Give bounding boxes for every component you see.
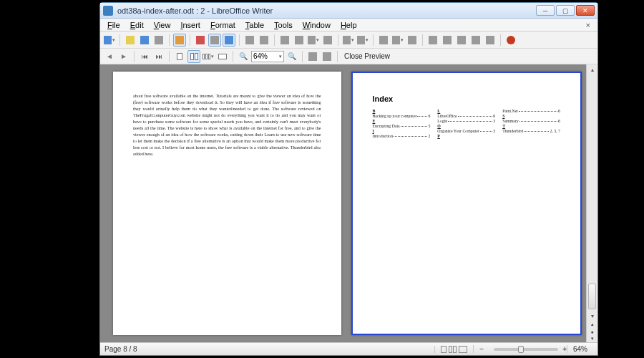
print-options-button[interactable]: [321, 50, 333, 63]
menu-edit[interactable]: Edit: [126, 20, 148, 30]
navigator-button[interactable]: [441, 34, 454, 47]
index-heading: B: [373, 109, 431, 113]
zoom-out-button[interactable]: 🔍: [237, 50, 250, 63]
menu-insert[interactable]: Insert: [176, 20, 205, 30]
hyperlink-button[interactable]: [377, 34, 390, 47]
single-page-button[interactable]: [173, 50, 186, 63]
arrow-left-icon: ◄: [106, 52, 113, 60]
two-pages-button[interactable]: [187, 50, 200, 63]
statusbar: Page 8 / 8 − + 64%: [100, 342, 597, 355]
nav-next-button[interactable]: ▾: [588, 335, 597, 342]
menu-window[interactable]: Window: [298, 20, 335, 30]
nonprinting-button[interactable]: [484, 34, 497, 47]
cut-button[interactable]: [278, 34, 291, 47]
paste-button[interactable]: [307, 34, 320, 47]
first-page-button[interactable]: ⏮: [138, 50, 151, 63]
vertical-scrollbar[interactable]: ▴ ▾ ▴ ● ▾: [586, 64, 597, 342]
index-heading: I: [373, 129, 431, 133]
index-heading: L: [437, 109, 495, 113]
index-entry: Thunderbird2, 3, 7: [502, 129, 560, 133]
export-pdf-button[interactable]: [194, 34, 207, 47]
page-view[interactable]: about free software available on the int…: [100, 64, 597, 342]
open-button[interactable]: [124, 34, 137, 47]
menu-view[interactable]: View: [150, 20, 175, 30]
book-preview-button[interactable]: [216, 50, 229, 63]
close-button[interactable]: ✕: [576, 5, 595, 16]
main-toolbar: [100, 32, 597, 49]
last-page-button[interactable]: ⏭: [152, 50, 165, 63]
status-viewmode[interactable]: [434, 346, 473, 353]
new-button[interactable]: [103, 34, 116, 47]
print-preview-button[interactable]: [223, 34, 235, 47]
scroll-up-button[interactable]: ▴: [587, 64, 597, 74]
maximize-button[interactable]: ▢: [556, 5, 575, 16]
index-entry: Login3: [437, 119, 495, 123]
full-screen-button[interactable]: [306, 50, 319, 63]
zoom-in-button[interactable]: 🔍: [286, 50, 298, 63]
undo-button[interactable]: [342, 34, 355, 47]
prev-page-button[interactable]: ◄: [103, 50, 116, 63]
first-page-icon: ⏮: [142, 53, 148, 60]
zoom-slider[interactable]: [494, 348, 558, 351]
menu-tools[interactable]: Tools: [270, 20, 297, 30]
index-entry: LibreOffice6: [437, 114, 495, 118]
gallery-button[interactable]: [455, 34, 468, 47]
index-entry: Encrypting Data5: [373, 124, 431, 128]
data-sources-button[interactable]: [469, 34, 482, 47]
autospell-button[interactable]: [258, 34, 270, 47]
zoom-factor-button[interactable]: [504, 34, 517, 47]
window-title: odt38a-index-after.odt : 2 - LibreOffice…: [117, 6, 536, 15]
index-entry: Introduction2: [373, 134, 431, 138]
menu-file[interactable]: File: [103, 20, 125, 30]
index-heading: S: [502, 114, 560, 118]
show-draw-button[interactable]: [406, 34, 419, 47]
format-paintbrush-button[interactable]: [321, 34, 334, 47]
index-heading: T: [502, 124, 560, 128]
table-button[interactable]: [391, 34, 404, 47]
zoom-combo[interactable]: 64%▾: [251, 51, 284, 62]
view-book-icon: [459, 346, 467, 353]
scroll-track[interactable]: [587, 74, 597, 311]
next-page-button[interactable]: ►: [117, 50, 130, 63]
app-icon: [103, 6, 113, 16]
index-heading: E: [373, 119, 431, 123]
nav-prev-button[interactable]: ▴: [588, 321, 597, 328]
zoom-slider-knob[interactable]: [518, 346, 524, 353]
arrow-right-icon: ►: [120, 52, 127, 60]
spellcheck-button[interactable]: [243, 34, 256, 47]
multi-page-button[interactable]: [202, 50, 215, 63]
status-zoom-value[interactable]: 64%: [567, 345, 593, 353]
scroll-down-button[interactable]: ▾: [587, 311, 597, 321]
view-double-icon: [449, 346, 457, 353]
menubar: File Edit View Insert Format Table Tools…: [100, 19, 597, 32]
index-entry: Paint.Net6: [502, 109, 560, 113]
app-window: odt38a-index-after.odt : 2 - LibreOffice…: [99, 2, 598, 356]
index-columns: BBacking up your computer6EEncrypting Da…: [373, 109, 561, 138]
find-button[interactable]: [426, 34, 439, 47]
minimize-button[interactable]: ─: [536, 5, 555, 16]
copy-button[interactable]: [293, 34, 306, 47]
menu-table[interactable]: Table: [241, 20, 268, 30]
email-button[interactable]: [152, 34, 165, 47]
status-zoom-minus[interactable]: −: [473, 345, 489, 353]
last-page-icon: ⏭: [156, 53, 162, 60]
save-button[interactable]: [138, 34, 151, 47]
index-entry: Backing up your computer6: [373, 114, 431, 118]
menu-help[interactable]: Help: [336, 20, 361, 30]
scroll-thumb[interactable]: [588, 284, 596, 309]
index-entry: Summary6: [502, 119, 560, 123]
nav-select-button[interactable]: ●: [588, 328, 597, 335]
titlebar: odt38a-index-after.odt : 2 - LibreOffice…: [100, 3, 597, 19]
menu-format[interactable]: Format: [206, 20, 240, 30]
preview-toolbar: ◄ ► ⏮ ⏭ 🔍 64%▾ 🔍 Close Preview: [100, 49, 597, 64]
redo-button[interactable]: [356, 34, 369, 47]
status-page: Page 8 / 8: [104, 345, 137, 353]
index-title: Index: [373, 95, 561, 103]
zoom-out-icon: 🔍: [239, 52, 248, 60]
view-single-icon: [441, 346, 447, 353]
print-button[interactable]: [208, 34, 221, 47]
close-preview-button[interactable]: Close Preview: [341, 52, 393, 60]
page-right: Index BBacking up your computer6EEncrypt…: [351, 72, 582, 335]
edit-file-button[interactable]: [173, 34, 186, 47]
document-close-button[interactable]: ×: [582, 21, 595, 29]
